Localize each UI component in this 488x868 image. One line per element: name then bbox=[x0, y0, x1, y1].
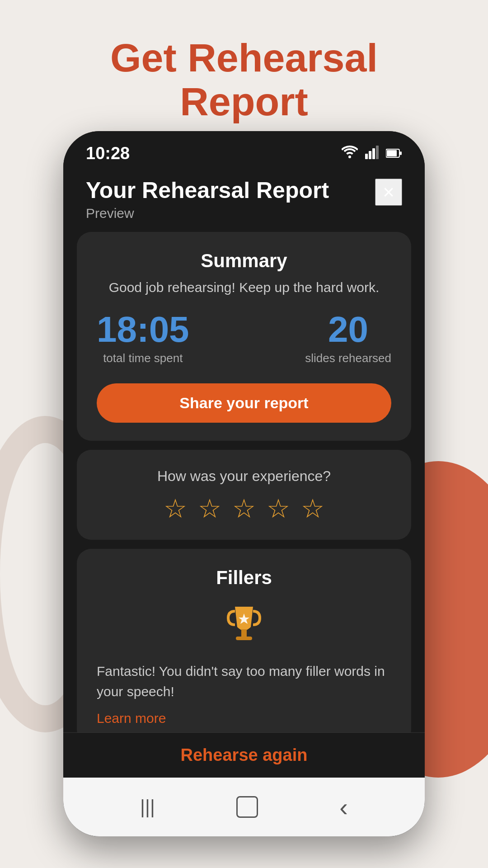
phone-mockup: 10:28 bbox=[63, 131, 425, 836]
bottom-bar: Rehearse again bbox=[63, 732, 425, 778]
signal-icon bbox=[365, 145, 379, 163]
star-5[interactable]: ☆ bbox=[301, 495, 324, 522]
time-stat: 18:05 total time spent bbox=[97, 311, 189, 365]
svg-rect-3 bbox=[376, 146, 379, 159]
summary-message: Good job rehearsing! Keep up the hard wo… bbox=[97, 280, 391, 295]
status-bar: 10:28 bbox=[63, 131, 425, 168]
svg-rect-2 bbox=[372, 148, 375, 159]
svg-rect-9 bbox=[236, 637, 252, 640]
rehearse-again-button[interactable]: Rehearse again bbox=[63, 745, 425, 765]
share-report-button[interactable]: Share your report bbox=[97, 383, 391, 423]
wifi-icon bbox=[342, 145, 358, 162]
navigation-bar: ||| ‹ bbox=[63, 778, 425, 836]
home-button[interactable] bbox=[236, 796, 258, 818]
page-title: Get Rehearsal Report bbox=[0, 36, 488, 124]
svg-rect-0 bbox=[365, 154, 368, 159]
experience-question: How was your experience? bbox=[97, 468, 391, 485]
battery-icon bbox=[386, 145, 402, 162]
summary-stats: 18:05 total time spent 20 slides rehears… bbox=[97, 311, 391, 365]
report-title: Your Rehearsal Report bbox=[86, 177, 329, 204]
fillers-title: Fillers bbox=[97, 567, 391, 589]
status-time: 10:28 bbox=[86, 144, 130, 163]
close-button[interactable]: × bbox=[375, 179, 402, 206]
star-4[interactable]: ☆ bbox=[267, 495, 290, 522]
star-rating[interactable]: ☆ ☆ ☆ ☆ ☆ bbox=[97, 495, 391, 522]
svg-rect-5 bbox=[387, 150, 397, 156]
star-2[interactable]: ☆ bbox=[198, 495, 221, 522]
status-icons bbox=[342, 145, 402, 163]
learn-more-link[interactable]: Learn more bbox=[97, 711, 391, 726]
summary-card: Summary Good job rehearsing! Keep up the… bbox=[77, 232, 411, 441]
experience-card: How was your experience? ☆ ☆ ☆ ☆ ☆ bbox=[77, 450, 411, 540]
report-subtitle: Preview bbox=[86, 206, 329, 221]
back-button[interactable]: ‹ bbox=[339, 793, 348, 822]
report-header: Your Rehearsal Report Preview × bbox=[63, 168, 425, 232]
header-text: Your Rehearsal Report Preview bbox=[86, 177, 329, 221]
time-value: 18:05 bbox=[97, 311, 189, 348]
svg-rect-6 bbox=[400, 151, 402, 155]
recent-apps-icon[interactable]: ||| bbox=[140, 796, 155, 818]
svg-rect-8 bbox=[241, 629, 247, 637]
trophy-icon bbox=[221, 602, 267, 647]
slides-value: 20 bbox=[328, 311, 368, 348]
time-label: total time spent bbox=[103, 351, 183, 365]
svg-rect-1 bbox=[369, 151, 371, 159]
slides-stat: 20 slides rehearsed bbox=[305, 311, 391, 365]
star-3[interactable]: ☆ bbox=[232, 495, 256, 522]
summary-title: Summary bbox=[97, 250, 391, 272]
slides-label: slides rehearsed bbox=[305, 351, 391, 365]
star-1[interactable]: ☆ bbox=[164, 495, 187, 522]
fillers-card: Fillers Fantastic! You didn't say too ma… bbox=[77, 549, 411, 744]
fillers-description: Fantastic! You didn't say too many fille… bbox=[97, 661, 391, 702]
fillers-trophy bbox=[97, 602, 391, 647]
